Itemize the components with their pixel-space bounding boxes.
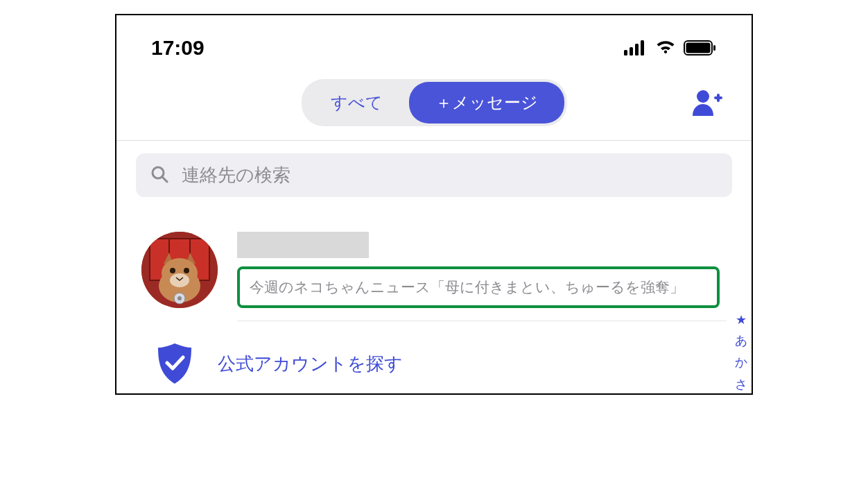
index-a[interactable]: あ xyxy=(735,333,747,349)
svg-rect-1 xyxy=(630,47,633,56)
shield-check-icon xyxy=(155,342,194,385)
index-bar: ★ あ か さ た な xyxy=(735,312,747,395)
svg-rect-2 xyxy=(635,44,639,56)
status-highlight-box: 今週のネコちゃんニュース「母に付きまとい、ちゅーるを強奪」 xyxy=(237,266,720,308)
tab-all[interactable]: すべて xyxy=(304,82,409,124)
svg-point-20 xyxy=(170,268,175,273)
official-accounts-label: 公式アカウントを探す xyxy=(218,352,403,376)
svg-point-7 xyxy=(697,90,709,103)
svg-rect-0 xyxy=(624,50,627,56)
battery-icon xyxy=(684,40,717,56)
index-sa[interactable]: さ xyxy=(735,377,747,393)
svg-rect-5 xyxy=(686,43,711,53)
status-icons xyxy=(624,40,717,56)
index-star[interactable]: ★ xyxy=(736,312,747,327)
index-ka[interactable]: か xyxy=(735,355,747,370)
svg-line-11 xyxy=(162,177,167,182)
contact-row[interactable]: 今週のネコちゃんニュース「母に付きまとい、ちゅーるを強奪」 xyxy=(116,225,752,321)
status-time: 17:09 xyxy=(151,36,205,60)
svg-point-21 xyxy=(184,268,189,273)
search-wrapper: 連絡先の検索 xyxy=(116,141,752,204)
cellular-signal-icon xyxy=(624,40,648,56)
contact-body: 今週のネコちゃんニュース「母に付きまとい、ちゅーるを強奪」 xyxy=(237,232,727,321)
avatar xyxy=(141,232,218,308)
svg-rect-9 xyxy=(717,94,720,102)
search-input[interactable]: 連絡先の検索 xyxy=(136,153,732,197)
contact-status-message: 今週のネコちゃんニュース「母に付きまとい、ちゅーるを強奪」 xyxy=(250,278,707,297)
find-official-accounts[interactable]: 公式アカウントを探す xyxy=(116,321,752,393)
svg-rect-3 xyxy=(641,40,644,56)
status-bar: 17:09 xyxy=(116,15,752,67)
search-placeholder: 連絡先の検索 xyxy=(182,163,290,187)
tab-plus-message[interactable]: ＋メッセージ xyxy=(409,82,564,124)
contact-list: 今週のネコちゃんニュース「母に付きまとい、ちゅーるを強奪」 公式アカウントを探す xyxy=(116,204,752,393)
app-screen: 17:09 xyxy=(115,14,753,395)
wifi-icon xyxy=(654,40,677,56)
svg-rect-6 xyxy=(713,45,715,51)
add-contact-button[interactable] xyxy=(691,88,724,119)
contact-name-redacted xyxy=(237,232,369,258)
nav-bar: すべて ＋メッセージ xyxy=(116,67,752,141)
search-icon xyxy=(150,164,169,187)
segmented-control: すべて ＋メッセージ xyxy=(302,79,567,126)
svg-point-23 xyxy=(177,296,182,300)
